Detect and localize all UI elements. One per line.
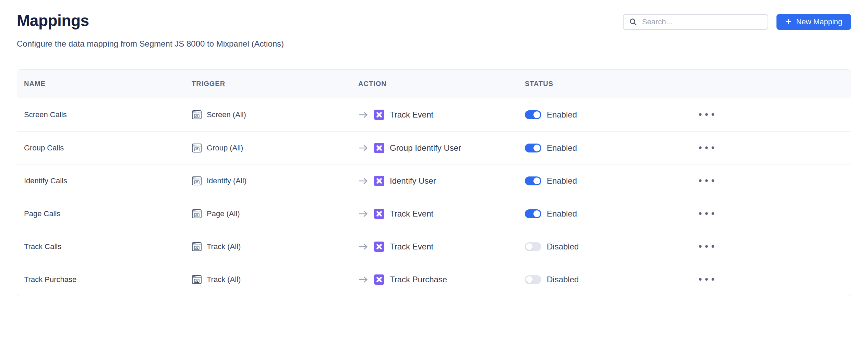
mapping-menu: ••• xyxy=(689,174,851,187)
table-row: Group Calls JS Group (All) xyxy=(17,131,851,164)
action-label: Identify User xyxy=(390,176,436,186)
mappings-page: Mappings Configure the data mapping from… xyxy=(0,0,868,344)
action-label: Group Identify User xyxy=(390,143,461,153)
mapping-status: Enabled xyxy=(518,209,689,219)
mapping-trigger: JS Track (All) xyxy=(185,274,351,285)
status-toggle[interactable] xyxy=(525,242,541,251)
action-label: Track Event xyxy=(390,209,433,219)
trigger-label: Track (All) xyxy=(207,275,241,284)
search-input[interactable] xyxy=(642,17,762,26)
svg-text:JS: JS xyxy=(195,115,198,117)
mapping-action: Track Purchase xyxy=(351,274,518,285)
mixpanel-icon xyxy=(374,274,384,285)
mapping-name: Track Purchase xyxy=(17,275,185,284)
mapping-trigger: JS Group (All) xyxy=(185,143,351,153)
mixpanel-icon xyxy=(374,143,384,153)
action-label: Track Event xyxy=(390,242,433,251)
mapping-menu: ••• xyxy=(689,273,851,286)
new-mapping-label: New Mapping xyxy=(796,17,842,26)
table-row: Track Purchase JS Track (All) xyxy=(17,263,851,296)
arrow-right-icon xyxy=(358,110,369,120)
page-subtitle: Configure the data mapping from Segment … xyxy=(17,39,851,49)
mapping-action: Track Event xyxy=(351,242,518,252)
mapping-status: Enabled xyxy=(518,143,689,153)
new-mapping-button[interactable]: + New Mapping xyxy=(776,14,851,30)
status-toggle[interactable] xyxy=(525,144,541,152)
mapping-action: Identify User xyxy=(351,176,518,186)
mapping-action: Group Identify User xyxy=(351,143,518,153)
mapping-name: Screen Calls xyxy=(17,110,185,119)
search-icon xyxy=(629,18,637,26)
toolbar: + New Mapping xyxy=(623,14,851,30)
source-browser-js-icon: JS xyxy=(192,209,202,219)
arrow-right-icon xyxy=(358,143,369,153)
column-header-status: STATUS xyxy=(518,80,689,88)
mapping-menu: ••• xyxy=(689,108,851,121)
mapping-status: Enabled xyxy=(518,176,689,186)
status-toggle[interactable] xyxy=(525,110,541,119)
status-label: Enabled xyxy=(547,209,577,219)
action-label: Track Event xyxy=(390,110,433,120)
status-label: Disabled xyxy=(547,242,579,251)
source-browser-js-icon: JS xyxy=(192,110,202,120)
table-row: Page Calls JS Page (All) xyxy=(17,197,851,230)
svg-text:JS: JS xyxy=(195,214,198,216)
svg-text:JS: JS xyxy=(195,181,198,183)
trigger-label: Track (All) xyxy=(207,242,241,251)
row-menu-button[interactable]: ••• xyxy=(696,207,718,220)
mapping-status: Disabled xyxy=(518,275,689,284)
row-menu-button[interactable]: ••• xyxy=(696,273,718,286)
mapping-action: Track Event xyxy=(351,110,518,120)
mixpanel-icon xyxy=(374,176,384,186)
plus-icon: + xyxy=(785,16,792,27)
column-header-name: NAME xyxy=(17,80,185,88)
arrow-right-icon xyxy=(358,176,369,186)
column-header-action: ACTION xyxy=(351,80,518,88)
action-label: Track Purchase xyxy=(390,275,447,284)
source-browser-js-icon: JS xyxy=(192,274,202,285)
svg-text:JS: JS xyxy=(195,247,198,249)
mapping-name: Page Calls xyxy=(17,209,185,218)
mappings-table: NAME TRIGGER ACTION STATUS Screen Calls … xyxy=(17,69,851,296)
trigger-label: Identify (All) xyxy=(207,176,246,185)
arrow-right-icon xyxy=(358,209,369,219)
source-browser-js-icon: JS xyxy=(192,143,202,153)
row-menu-button[interactable]: ••• xyxy=(696,174,718,187)
mapping-name: Track Calls xyxy=(17,242,185,251)
mapping-trigger: JS Page (All) xyxy=(185,209,351,219)
status-label: Disabled xyxy=(547,275,579,284)
arrow-right-icon xyxy=(358,242,369,252)
mapping-menu: ••• xyxy=(689,207,851,220)
status-label: Enabled xyxy=(547,143,577,153)
trigger-label: Screen (All) xyxy=(207,110,246,119)
mapping-action: Track Event xyxy=(351,209,518,219)
svg-text:JS: JS xyxy=(195,280,198,282)
row-menu-button[interactable]: ••• xyxy=(696,240,718,253)
mapping-name: Identify Calls xyxy=(17,176,185,185)
status-label: Enabled xyxy=(547,110,577,120)
mapping-status: Enabled xyxy=(518,110,689,120)
mapping-menu: ••• xyxy=(689,142,851,155)
table-header: NAME TRIGGER ACTION STATUS xyxy=(17,70,851,98)
status-toggle[interactable] xyxy=(525,209,541,218)
mixpanel-icon xyxy=(374,242,384,252)
row-menu-button[interactable]: ••• xyxy=(696,142,718,155)
mapping-name: Group Calls xyxy=(17,144,185,152)
mapping-status: Disabled xyxy=(518,242,689,251)
table-body: Screen Calls JS Screen (All) xyxy=(17,98,851,296)
search-box[interactable] xyxy=(623,14,768,30)
status-toggle[interactable] xyxy=(525,176,541,185)
mapping-trigger: JS Track (All) xyxy=(185,242,351,252)
table-row: Identify Calls JS Identify (All) xyxy=(17,164,851,197)
mixpanel-icon xyxy=(374,110,384,120)
svg-text:JS: JS xyxy=(195,148,198,150)
row-menu-button[interactable]: ••• xyxy=(696,108,718,121)
table-row: Screen Calls JS Screen (All) xyxy=(17,98,851,131)
source-browser-js-icon: JS xyxy=(192,242,202,252)
source-browser-js-icon: JS xyxy=(192,176,202,186)
mapping-menu: ••• xyxy=(689,240,851,253)
mixpanel-icon xyxy=(374,209,384,219)
mapping-trigger: JS Screen (All) xyxy=(185,110,351,120)
trigger-label: Group (All) xyxy=(207,144,243,152)
status-toggle[interactable] xyxy=(525,275,541,284)
